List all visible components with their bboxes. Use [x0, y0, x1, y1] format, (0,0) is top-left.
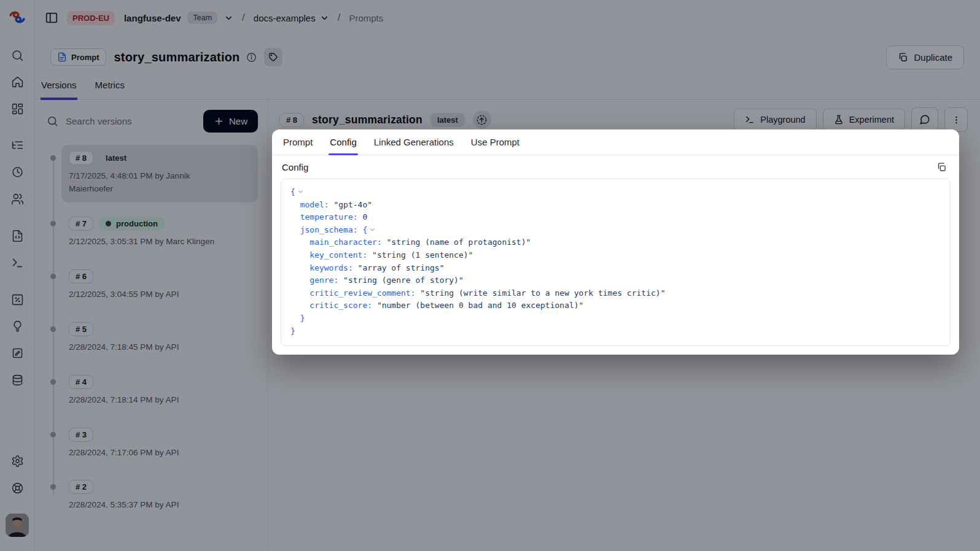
json-key: critic_review_comment:: [290, 288, 416, 298]
json-punctuation: {: [358, 225, 368, 234]
card-tab-linked-generations[interactable]: Linked Generations: [374, 129, 454, 155]
json-punctuation: {: [290, 187, 295, 196]
code-line: }: [290, 312, 941, 325]
code-line: genre: "string (genre of story)": [290, 274, 941, 287]
json-punctuation: }: [290, 314, 305, 323]
code-line: main_character: "string (name of protago…: [290, 236, 941, 249]
json-key: temperature:: [290, 212, 358, 222]
json-value: "string (write similar to a new york tim…: [416, 288, 666, 298]
code-line: keywords: "array of strings": [290, 262, 941, 275]
code-line: key_content: "string (1 sentence)": [290, 249, 941, 262]
version-detail-card: PromptConfigLinked GenerationsUse Prompt…: [272, 129, 959, 355]
code-line: }: [290, 325, 941, 338]
code-line: temperature: 0: [290, 211, 941, 224]
json-value: 0: [358, 212, 368, 222]
json-punctuation: }: [290, 326, 295, 336]
json-key: json_schema:: [290, 225, 358, 234]
copy-icon: [936, 162, 947, 172]
json-key: critic_score:: [290, 301, 372, 310]
code-line: model: "gpt-4o": [290, 199, 941, 212]
json-value: "string (1 sentence)": [367, 250, 473, 260]
card-tab-prompt[interactable]: Prompt: [283, 129, 313, 155]
collapse-chevron-icon[interactable]: [295, 186, 304, 199]
code-line: json_schema: {: [290, 224, 941, 237]
json-key: key_content:: [290, 250, 367, 260]
copy-config-button[interactable]: [936, 162, 947, 172]
json-key: main_character:: [290, 237, 382, 247]
json-value: "array of strings": [353, 263, 445, 272]
card-tab-config[interactable]: Config: [330, 129, 356, 155]
json-value: "string (name of protagonist)": [382, 237, 531, 247]
json-value: "string (genre of story)": [338, 276, 464, 285]
json-value: "gpt-4o": [329, 200, 372, 209]
code-line: {: [290, 186, 941, 199]
collapse-chevron-icon[interactable]: [367, 224, 376, 237]
json-key: genre:: [290, 276, 338, 285]
card-tab-use-prompt[interactable]: Use Prompt: [471, 129, 519, 155]
json-key: keywords:: [290, 263, 353, 272]
json-key: model:: [290, 200, 329, 209]
config-section-title: Config: [282, 162, 308, 172]
config-json-viewer: { model: "gpt-4o" temperature: 0 json_sc…: [281, 179, 951, 346]
json-value: "number (between 0 bad and 10 exceptiona…: [372, 301, 583, 310]
code-line: critic_score: "number (between 0 bad and…: [290, 299, 941, 312]
code-line: critic_review_comment: "string (write si…: [290, 287, 941, 300]
card-tabs: PromptConfigLinked GenerationsUse Prompt: [272, 129, 959, 155]
